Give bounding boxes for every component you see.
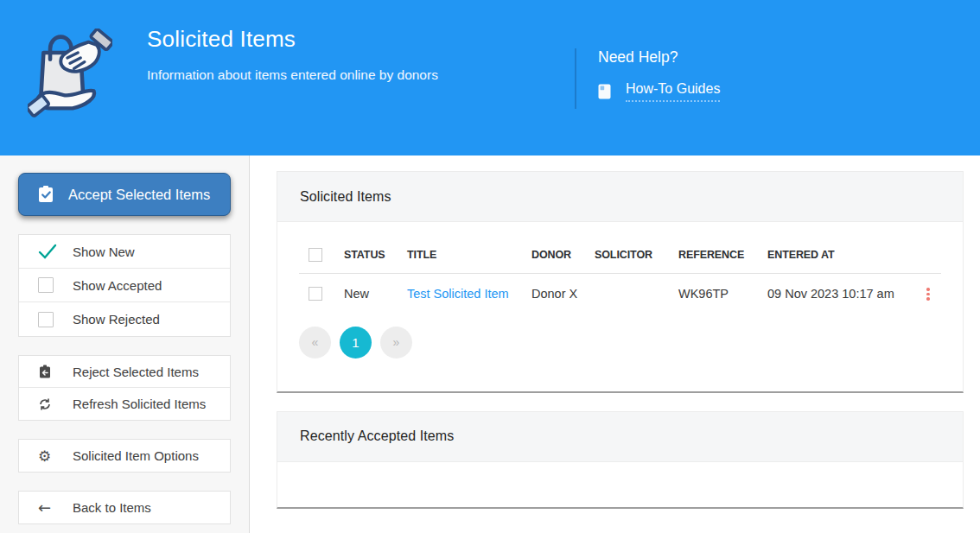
row-entered-at: 09 Nov 2023 10:17 am xyxy=(767,274,915,313)
book-icon xyxy=(598,84,611,99)
row-title-link[interactable]: Test Solicited Item xyxy=(407,287,509,301)
filter-show-new[interactable]: Show New xyxy=(19,235,230,269)
help-title: Need Help? xyxy=(598,48,720,67)
clipboard-check-icon xyxy=(37,186,54,203)
panel-header: Recently Accepted Items xyxy=(277,412,963,462)
action-label: Back to Items xyxy=(73,500,151,515)
main-content: Solicited Items STATUS TITLE DONOR SOLIC… xyxy=(250,155,980,533)
accept-button-label: Accept Selected Items xyxy=(68,187,210,203)
refresh-solicited-items-button[interactable]: Refresh Solicited Items xyxy=(19,388,230,420)
checkbox-icon[interactable] xyxy=(38,312,54,327)
action-label: Refresh Solicited Items xyxy=(73,397,206,411)
help-divider xyxy=(575,48,576,109)
table-row: New Test Solicited Item Donor X WK96TP 0… xyxy=(299,274,941,313)
back-card: ← Back to Items xyxy=(18,491,231,524)
row-kebab-menu-icon[interactable] xyxy=(915,286,941,302)
select-all-checkbox[interactable] xyxy=(309,248,322,262)
page-subtitle: Information about items entered online b… xyxy=(147,67,438,83)
pagination-page-1-button[interactable]: 1 xyxy=(340,327,372,359)
filter-label: Show Accepted xyxy=(73,278,162,293)
row-checkbox[interactable] xyxy=(309,287,322,301)
how-to-guides-link[interactable]: How-To Guides xyxy=(626,81,720,102)
clipboard-reject-icon xyxy=(38,365,73,378)
panel-title: Solicited Items xyxy=(300,189,391,205)
pagination-next-button[interactable]: » xyxy=(380,327,412,359)
solicited-items-table: STATUS TITLE DONOR SOLICITOR REFERENCE E… xyxy=(299,243,941,313)
pagination: « 1 » xyxy=(299,327,941,359)
accept-selected-items-button[interactable]: Accept Selected Items xyxy=(18,173,231,216)
back-arrow-icon: ← xyxy=(38,498,73,517)
filter-card: Show New Show Accepted Show Rejected xyxy=(18,234,231,337)
donation-bag-hands-icon xyxy=(28,29,112,122)
row-solicitor xyxy=(595,274,678,313)
help-block: Need Help? How-To Guides xyxy=(575,48,720,109)
solicited-items-panel: Solicited Items STATUS TITLE DONOR SOLIC… xyxy=(277,171,964,393)
row-donor: Donor X xyxy=(531,274,595,313)
page-title: Solicited Items xyxy=(147,26,438,53)
checkbox-icon[interactable] xyxy=(38,277,54,293)
recently-accepted-items-panel: Recently Accepted Items xyxy=(277,411,964,509)
table-header-row: STATUS TITLE DONOR SOLICITOR REFERENCE E… xyxy=(299,243,941,274)
checked-filter-icon xyxy=(38,244,73,259)
row-status: New xyxy=(344,274,407,313)
page-header: Solicited Items Information about items … xyxy=(0,0,980,155)
column-header-status: STATUS xyxy=(344,243,407,274)
action-label: Reject Selected Items xyxy=(73,365,199,379)
refresh-icon xyxy=(38,397,73,411)
pagination-prev-button[interactable]: « xyxy=(299,327,331,359)
actions-card: Reject Selected Items Refresh Solicited … xyxy=(18,355,231,421)
filter-label: Show New xyxy=(73,244,135,259)
empty-panel-body xyxy=(277,462,963,507)
row-reference: WK96TP xyxy=(678,274,767,313)
column-header-reference: REFERENCE xyxy=(678,243,767,274)
options-card: ⚙ Solicited Item Options xyxy=(18,439,231,473)
panel-title: Recently Accepted Items xyxy=(300,428,454,444)
panel-header: Solicited Items xyxy=(277,172,963,222)
column-header-entered-at: ENTERED AT xyxy=(767,243,915,274)
gear-icon: ⚙ xyxy=(38,447,73,465)
action-label: Solicited Item Options xyxy=(73,448,199,463)
back-to-items-button[interactable]: ← Back to Items xyxy=(19,492,230,523)
filter-label: Show Rejected xyxy=(73,312,160,327)
column-header-donor: DONOR xyxy=(531,243,595,274)
column-header-title: TITLE xyxy=(407,243,531,274)
solicited-item-options-button[interactable]: ⚙ Solicited Item Options xyxy=(19,440,230,472)
column-header-solicitor: SOLICITOR xyxy=(595,243,678,274)
filter-show-accepted[interactable]: Show Accepted xyxy=(19,269,230,302)
reject-selected-items-button[interactable]: Reject Selected Items xyxy=(19,356,230,388)
filter-show-rejected[interactable]: Show Rejected xyxy=(19,302,230,336)
sidebar: Accept Selected Items Show New Show Acce… xyxy=(0,155,250,533)
